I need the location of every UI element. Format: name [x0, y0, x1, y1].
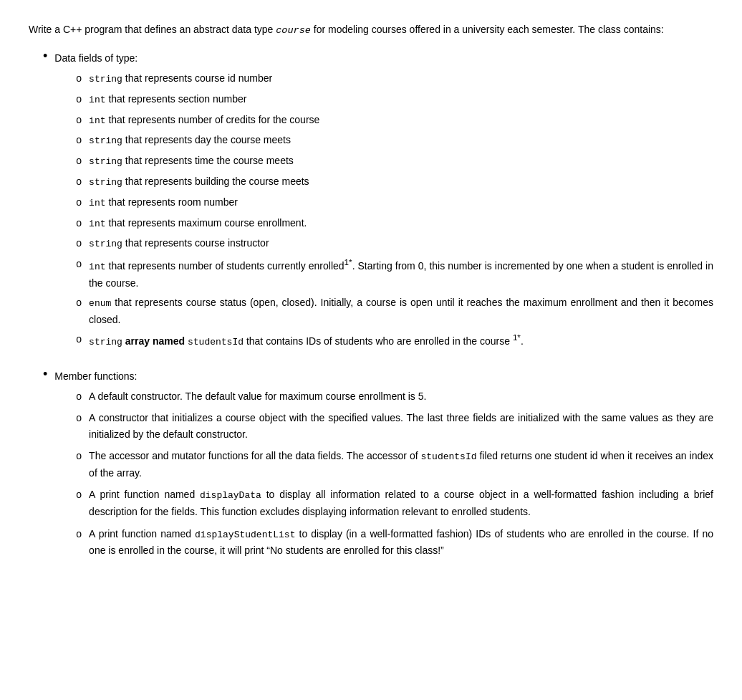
- code-string-1: string: [89, 74, 122, 85]
- sub-bullet-8: o: [76, 215, 82, 231]
- code-string-3: string: [89, 156, 122, 167]
- field-text-9: string that represents course instructor: [89, 235, 713, 252]
- field-text-6-rest: that represents building the course meet…: [122, 176, 309, 187]
- field-string-day: o string that represents day the course …: [76, 132, 713, 149]
- member-functions-sub-list: o A default constructor. The default val…: [54, 388, 713, 559]
- sub-bullet-m1: o: [76, 388, 82, 404]
- sub-bullet-m3: o: [76, 448, 82, 464]
- field-text-6: string that represents building the cour…: [89, 173, 713, 191]
- sub-bullet-10: o: [76, 256, 82, 272]
- sub-bullet-9: o: [76, 235, 82, 251]
- code-display-data: displayData: [200, 490, 261, 501]
- main-list: • Data fields of type: o string that rep…: [29, 50, 713, 565]
- member-param-constructor: o A constructor that initializes a cours…: [76, 410, 713, 442]
- field-text-10-main: that represents number of students curre…: [89, 260, 713, 289]
- code-string-5: string: [89, 239, 122, 249]
- field-text-2-rest: that represents section number: [106, 93, 247, 105]
- field-text-1: string that represents course id number: [89, 70, 713, 87]
- field-text-9-rest: that represents course instructor: [122, 237, 269, 249]
- code-int-5: int: [89, 262, 105, 272]
- data-fields-item: • Data fields of type: o string that rep…: [43, 50, 713, 354]
- intro-code: course: [276, 25, 311, 36]
- sub-bullet-5: o: [76, 153, 82, 168]
- field-text-4-rest: that represents day the course meets: [122, 134, 291, 145]
- bullet-dot-1: •: [43, 49, 47, 64]
- code-display-student-list: displayStudentList: [195, 529, 295, 540]
- intro-text-after: for modeling courses offered in a univer…: [311, 24, 664, 35]
- data-fields-content: Data fields of type: o string that repre…: [54, 50, 713, 354]
- member-text-1: A default constructor. The default value…: [89, 388, 713, 404]
- field-text-5-rest: that represents time the course meets: [122, 155, 294, 166]
- field-text-11: enum that represents course status (open…: [89, 294, 713, 327]
- code-string-2: string: [89, 135, 122, 146]
- field-int-section: o int that represents section number: [76, 91, 713, 108]
- sub-bullet-6: o: [76, 173, 82, 189]
- member-text-2: A constructor that initializes a course …: [89, 410, 713, 442]
- sub-bullet-2: o: [76, 91, 82, 107]
- sub-bullet-m2: o: [76, 410, 82, 426]
- field-string-instructor: o string that represents course instruct…: [76, 235, 713, 252]
- sub-bullet-m4: o: [76, 486, 82, 502]
- member-display-data: o A print function named displayData to …: [76, 486, 713, 519]
- field-text-8-rest: that represents maximum course enrollmen…: [106, 217, 307, 229]
- member-default-constructor: o A default constructor. The default val…: [76, 388, 713, 404]
- field-string-building: o string that represents building the co…: [76, 173, 713, 191]
- code-string-4: string: [89, 177, 122, 188]
- field-text-1-rest: that represents course id number: [122, 72, 272, 84]
- field-int-credits: o int that represents number of credits …: [76, 112, 713, 129]
- member-text-4: A print function named displayData to di…: [89, 486, 713, 519]
- field-text-10: int that represents number of students c…: [89, 256, 713, 291]
- field-text-12-rest: that contains IDs of students who are en…: [244, 335, 524, 347]
- code-int-2: int: [89, 115, 105, 126]
- code-int-1: int: [89, 95, 105, 105]
- bullet-dot-2: •: [43, 367, 47, 382]
- field-string-time: o string that represents time the course…: [76, 153, 713, 170]
- member-accessor-mutator: o The accessor and mutator functions for…: [76, 448, 713, 481]
- member-functions-item: • Member functions: o A default construc…: [43, 368, 713, 565]
- code-int-3: int: [89, 198, 105, 208]
- field-string-course-id: o string that represents course id numbe…: [76, 70, 713, 87]
- field-text-12-bold: array named: [122, 335, 188, 347]
- member-display-student-list: o A print function named displayStudentL…: [76, 526, 713, 559]
- field-text-7: int that represents room number: [89, 194, 713, 211]
- field-int-max-enrollment: o int that represents maximum course enr…: [76, 215, 713, 232]
- field-text-7-rest: that represents room number: [106, 196, 238, 208]
- field-text-12: string array named studentsId that conta…: [89, 331, 713, 350]
- main-content: Write a C++ program that defines an abst…: [29, 21, 713, 565]
- field-text-3: int that represents number of credits fo…: [89, 112, 713, 129]
- code-studentsid: studentsId: [188, 337, 244, 347]
- field-enum-status: o enum that represents course status (op…: [76, 294, 713, 327]
- field-text-3-rest: that represents number of credits for th…: [106, 114, 320, 125]
- code-studentsid-2: studentsId: [421, 451, 477, 462]
- sub-bullet-11: o: [76, 294, 82, 310]
- code-enum: enum: [89, 298, 111, 309]
- field-text-11-rest: that represents course status (open, clo…: [89, 297, 713, 325]
- intro-paragraph: Write a C++ program that defines an abst…: [29, 21, 713, 39]
- sub-bullet-7: o: [76, 194, 82, 210]
- field-text-5: string that represents time the course m…: [89, 153, 713, 170]
- field-text-8: int that represents maximum course enrol…: [89, 215, 713, 232]
- field-text-2: int that represents section number: [89, 91, 713, 108]
- code-int-4: int: [89, 219, 105, 229]
- sub-bullet-12: o: [76, 331, 82, 347]
- superscript-1: 1*: [344, 257, 352, 267]
- sub-bullet-4: o: [76, 132, 82, 148]
- data-fields-sub-list: o string that represents course id numbe…: [54, 70, 713, 350]
- member-text-5: A print function named displayStudentLis…: [89, 526, 713, 559]
- data-fields-label: Data fields of type:: [54, 52, 138, 64]
- field-string-array-students: o string array named studentsId that con…: [76, 331, 713, 350]
- field-text-4: string that represents day the course me…: [89, 132, 713, 149]
- sub-bullet-m5: o: [76, 526, 82, 542]
- field-int-room: o int that represents room number: [76, 194, 713, 211]
- field-int-enrolled: o int that represents number of students…: [76, 256, 713, 291]
- intro-text-before: Write a C++ program that defines an abst…: [29, 24, 276, 35]
- member-functions-content: Member functions: o A default constructo…: [54, 368, 713, 565]
- sub-bullet-1: o: [76, 70, 82, 86]
- superscript-2: 1*: [513, 332, 521, 342]
- member-text-3: The accessor and mutator functions for a…: [89, 448, 713, 481]
- code-string-6: string: [89, 337, 122, 347]
- sub-bullet-3: o: [76, 112, 82, 128]
- member-functions-label: Member functions:: [54, 370, 137, 382]
